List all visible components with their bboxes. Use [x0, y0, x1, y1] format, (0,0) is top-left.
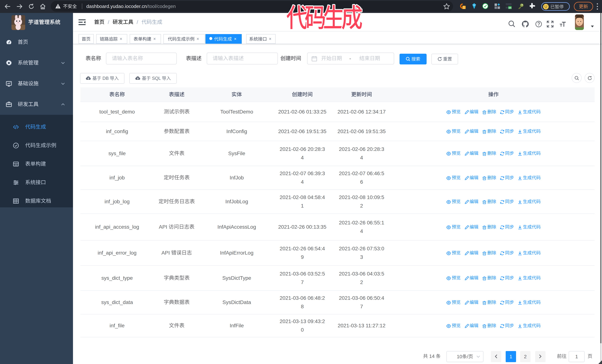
svg-text:1: 1	[463, 6, 465, 9]
svg-text:on: on	[508, 6, 511, 9]
